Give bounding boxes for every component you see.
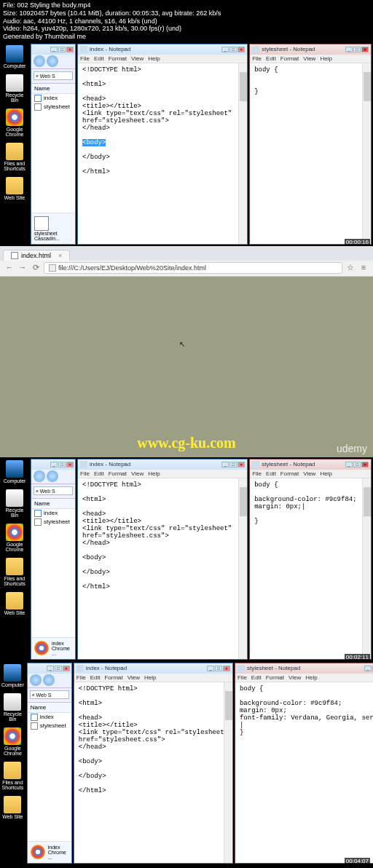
menu-view[interactable]: View [131, 55, 144, 62]
column-name[interactable]: Name [28, 703, 71, 713]
menu-edit[interactable]: Edit [266, 470, 276, 477]
menu-format[interactable]: Format [109, 470, 127, 477]
close-button[interactable]: × [361, 462, 369, 467]
editor[interactable]: <!DOCTYPE html> <html> <head> <title></t… [74, 682, 232, 863]
menu-view[interactable]: View [131, 470, 144, 477]
desktop-website[interactable]: Web Site [1, 592, 28, 615]
desktop-files[interactable]: Files and Shortcuts [1, 558, 28, 586]
menu-format[interactable]: Format [266, 674, 284, 681]
scrollbar[interactable] [362, 63, 371, 244]
close-button[interactable]: × [237, 462, 245, 467]
menu-file[interactable]: File [80, 55, 90, 62]
file-index[interactable]: index [31, 509, 75, 518]
address-field[interactable]: « Web S [34, 486, 73, 495]
explorer-window[interactable]: _ □ × « Web S Name index stylesheet inde… [31, 459, 76, 660]
menu-file[interactable]: File [252, 470, 262, 477]
notepad-index[interactable]: index - Notepad _ □ × File Edit Format V… [77, 44, 248, 245]
editor[interactable]: body { background-color: #9c9f84; margin… [250, 478, 371, 659]
explorer-window[interactable]: _□× « Web S Name index stylesheet index … [27, 663, 72, 864]
desktop-recycle[interactable]: Recycle Bin [1, 489, 28, 518]
editor[interactable]: body { } [250, 63, 371, 244]
file-index[interactable]: index [31, 94, 75, 103]
max-button[interactable]: □ [58, 47, 66, 52]
min-button[interactable]: _ [47, 666, 54, 671]
scrollbar[interactable] [238, 63, 247, 244]
min-button[interactable]: _ [221, 462, 229, 467]
menu-help[interactable]: Help [320, 470, 331, 477]
min-button[interactable]: _ [50, 462, 58, 467]
max-button[interactable]: □ [353, 462, 361, 467]
url-field[interactable]: file:///C:/Users/EJ/Desktop/Web%20Site/i… [44, 262, 342, 274]
menu-help[interactable]: Help [144, 674, 156, 681]
back-button[interactable] [30, 674, 42, 686]
desktop-computer[interactable]: Computer [1, 45, 28, 68]
menu-edit[interactable]: Edit [94, 470, 104, 477]
menu-view[interactable]: View [288, 674, 301, 681]
menu-edit[interactable]: Edit [94, 55, 104, 62]
desktop-files[interactable]: Files and Shortcuts [1, 143, 28, 171]
menu-edit[interactable]: Edit [90, 674, 101, 681]
titlebar[interactable]: index - Notepad _ □ × [78, 44, 247, 55]
max-button[interactable]: □ [215, 666, 222, 671]
explorer-titlebar[interactable]: _ □ × [31, 44, 75, 55]
titlebar[interactable]: stylesheet - Notepad _ □ × [250, 44, 371, 55]
desktop-chrome[interactable]: Google Chrome [1, 727, 24, 756]
menu-format[interactable]: Format [104, 674, 122, 681]
max-button[interactable]: □ [229, 462, 237, 467]
address-field[interactable]: « Web S [34, 71, 73, 80]
max-button[interactable]: □ [353, 47, 361, 52]
file-stylesheet[interactable]: stylesheet [28, 722, 71, 730]
notepad-stylesheet[interactable]: stylesheet - Notepad_□× FileEditFormatVi… [235, 663, 373, 864]
max-button[interactable]: □ [229, 47, 237, 52]
explorer-titlebar[interactable]: _ □ × [31, 459, 75, 470]
notepad-stylesheet[interactable]: stylesheet - Notepad_□× FileEditFormatVi… [249, 459, 372, 660]
tab-close-icon[interactable]: × [58, 252, 62, 259]
browser-tab[interactable]: index.html × [3, 250, 70, 261]
menu-format[interactable]: Format [109, 55, 127, 62]
column-name[interactable]: Name [31, 84, 75, 94]
back-button[interactable] [34, 55, 45, 67]
min-button[interactable]: _ [345, 47, 353, 52]
menu-view[interactable]: View [303, 470, 315, 477]
menu-help[interactable]: Help [148, 55, 160, 62]
close-button[interactable]: × [63, 666, 70, 671]
address-field[interactable]: « Web S [30, 690, 69, 699]
menu-format[interactable]: Format [280, 55, 299, 62]
close-button[interactable]: × [237, 47, 245, 52]
fwd-button[interactable] [47, 470, 58, 482]
notepad-stylesheet[interactable]: stylesheet - Notepad _ □ × File Edit For… [249, 44, 372, 245]
forward-icon[interactable]: → [17, 263, 28, 273]
fwd-button[interactable] [43, 674, 55, 686]
min-button[interactable]: _ [207, 666, 214, 671]
scroll-thumb[interactable] [364, 72, 371, 101]
file-index[interactable]: index [28, 713, 71, 722]
reload-icon[interactable]: ⟳ [31, 263, 41, 273]
editor[interactable]: <!DOCTYPE html> <html> <head> <title></t… [78, 63, 247, 244]
back-button[interactable] [34, 470, 45, 482]
desktop-computer[interactable]: Computer [1, 460, 28, 484]
star-icon[interactable]: ☆ [345, 263, 356, 273]
menu-edit[interactable]: Edit [251, 674, 262, 681]
menu-format[interactable]: Format [280, 470, 299, 477]
desktop-files[interactable]: Files and Shortcuts [1, 762, 24, 790]
desktop-website[interactable]: Web Site [1, 177, 28, 200]
column-name[interactable]: Name [31, 499, 75, 509]
desktop-chrome[interactable]: Google Chrome [1, 108, 28, 137]
min-button[interactable]: _ [345, 462, 353, 467]
file-stylesheet[interactable]: stylesheet [31, 103, 75, 111]
desktop-website[interactable]: Web Site [1, 796, 24, 819]
scrollbar[interactable] [224, 682, 232, 863]
menu-help[interactable]: Help [148, 470, 160, 477]
max-button[interactable]: □ [58, 462, 66, 467]
desktop-computer[interactable]: Computer [1, 664, 24, 687]
back-icon[interactable]: ← [4, 263, 15, 273]
fwd-button[interactable] [47, 55, 58, 67]
explorer-window[interactable]: _ □ × « Web S Name index stylesheet [31, 44, 76, 245]
desktop-recycle[interactable]: Recycle Bin [1, 693, 24, 722]
desktop-chrome[interactable]: Google Chrome [1, 524, 28, 552]
min-button[interactable]: _ [50, 47, 58, 52]
menu-help[interactable]: Help [320, 55, 331, 62]
max-button[interactable]: □ [55, 666, 62, 671]
close-button[interactable]: × [361, 47, 369, 52]
notepad-index[interactable]: index - Notepad_□× FileEditFormatViewHel… [77, 459, 248, 660]
